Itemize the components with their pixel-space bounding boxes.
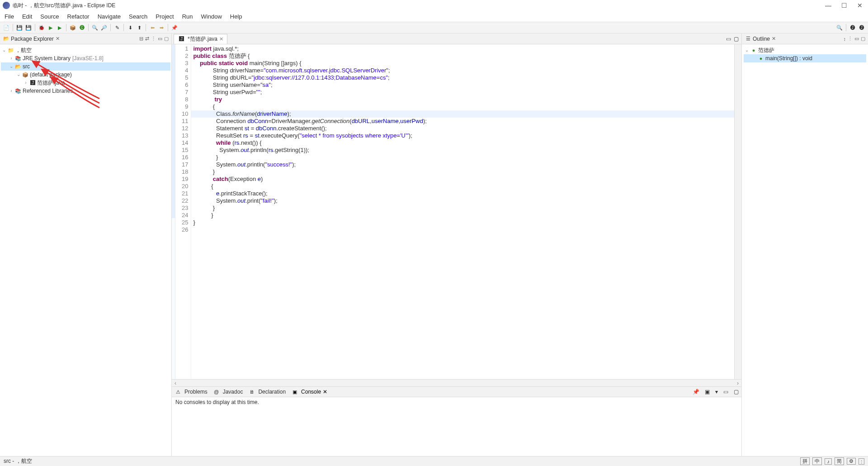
scroll-right-icon[interactable]: › (734, 380, 741, 386)
tree-referenced-libs[interactable]: › 📚 Referenced Libraries (1, 87, 170, 95)
coverage-icon[interactable]: ▶ (56, 24, 63, 31)
console-open-icon[interactable]: ▾ (715, 389, 718, 395)
chevron-right-icon[interactable]: › (23, 79, 29, 87)
forward-icon[interactable]: ➡ (158, 24, 165, 31)
menu-window[interactable]: Window (201, 13, 222, 20)
menu-navigate[interactable]: Navigate (98, 13, 121, 20)
code-line[interactable]: catch(Exception e) (191, 176, 734, 183)
ime-gear[interactable]: ⚙ (847, 458, 856, 465)
ime-simp[interactable]: 简 (835, 457, 844, 465)
new-icon[interactable]: 📄 (3, 24, 10, 31)
code-line[interactable]: { (191, 103, 734, 110)
tree-java-file[interactable]: › 🅹 范德萨.java (1, 79, 170, 87)
save-icon[interactable]: 💾 (16, 24, 23, 31)
code-line[interactable]: } (191, 168, 734, 176)
chevron-down-icon[interactable]: ⌄ (744, 46, 750, 54)
code-line[interactable]: System.out.println("success!"); (191, 161, 734, 168)
close-tab-icon[interactable]: ✕ (219, 36, 223, 42)
toggle-mark-icon[interactable]: ✎ (113, 24, 121, 31)
menu-refactor[interactable]: Refactor (67, 13, 90, 20)
outline-tree[interactable]: ⌄ ● 范德萨 ● main(String[]) : void (742, 44, 868, 64)
menu-search[interactable]: Search (129, 13, 147, 20)
tree-src[interactable]: ⌄ 📂 src (1, 62, 170, 71)
close-view-icon[interactable]: ✕ (772, 36, 776, 42)
maximize-button[interactable]: ☐ (841, 2, 847, 9)
vertical-scrollbar[interactable] (734, 44, 741, 379)
editor-tab[interactable]: 🅹 *范德萨.java ✕ (174, 34, 227, 44)
minimize-view-icon[interactable]: ▭ (158, 36, 162, 42)
code-line[interactable]: ResultSet rs = st.executeQuery("select *… (191, 132, 734, 139)
horizontal-scrollbar[interactable]: ‹ › (172, 379, 741, 386)
editor-area[interactable]: 1234567891011121314151617181920212223242… (172, 44, 741, 379)
ime-audio[interactable]: ♪ (825, 458, 832, 465)
tab-problems[interactable]: ⚠Problems (175, 389, 208, 395)
menu-help[interactable]: Help (230, 13, 242, 20)
code-line[interactable]: while (rs.next()) { (191, 139, 734, 147)
quick-access-icon[interactable]: 🔍 (836, 24, 843, 31)
tab-declaration[interactable]: 🗎Declaration (248, 389, 286, 395)
code-line[interactable]: String userName="sa"; (191, 81, 734, 89)
perspective-java-icon[interactable]: 🅙 (849, 24, 856, 31)
close-tab-icon[interactable]: ✕ (323, 389, 327, 395)
tab-console[interactable]: ▣Console✕ (291, 389, 327, 395)
chevron-down-icon[interactable]: ⌄ (15, 71, 22, 79)
menu-edit[interactable]: Edit (22, 13, 32, 20)
chevron-right-icon[interactable]: › (8, 54, 14, 62)
console-display-icon[interactable]: ▣ (705, 389, 710, 395)
code-line[interactable] (191, 226, 734, 233)
pin-icon[interactable]: 📌 (171, 24, 178, 31)
code-line[interactable]: String userPwd=""; (191, 89, 734, 96)
ime-bar[interactable]: 拼 中 ♪ 简 ⚙ : (800, 457, 864, 465)
chevron-down-icon[interactable]: ⌄ (8, 62, 14, 71)
code-line[interactable]: System.out.print("fail!"); (191, 197, 734, 204)
menu-project[interactable]: Project (156, 13, 174, 20)
collapse-all-icon[interactable]: ⊟ (139, 36, 143, 42)
code-line[interactable]: String driverName="com.microsoft.sqlserv… (191, 67, 734, 74)
code-line[interactable]: public class 范德萨 { (191, 52, 734, 60)
perspective-debug-icon[interactable]: 🅙 (858, 24, 865, 31)
back-icon[interactable]: ⬅ (149, 24, 156, 31)
code-line[interactable]: Statement st = dbConn.createStatement(); (191, 125, 734, 132)
code-line[interactable]: import java.sql.*; (191, 45, 734, 52)
chevron-right-icon[interactable]: › (8, 87, 14, 95)
tab-javadoc[interactable]: @Javadoc (213, 389, 243, 395)
outline-class[interactable]: ⌄ ● 范德萨 (744, 46, 866, 54)
view-menu-icon[interactable]: ⋮ (151, 36, 156, 42)
code-line[interactable]: public static void main(String []args) { (191, 60, 734, 67)
new-class-icon[interactable]: 🅒 (78, 24, 85, 31)
prev-annotation-icon[interactable]: ⬆ (136, 24, 143, 31)
code-line[interactable]: System.out.println(rs.getString(1)); (191, 147, 734, 154)
minimize-view-icon[interactable]: ▭ (854, 36, 859, 42)
code-line[interactable]: String dbURL="jdbc:sqlserver://127.0.0.1… (191, 74, 734, 81)
code-line[interactable]: } (191, 204, 734, 212)
maximize-view-icon[interactable]: ▢ (861, 36, 865, 42)
code-line[interactable]: { (191, 183, 734, 190)
tree-project[interactable]: ⌄ 📁 ，航空 (1, 46, 170, 54)
close-view-icon[interactable]: ✕ (56, 36, 60, 42)
outline-method[interactable]: ● main(String[]) : void (744, 54, 866, 62)
minimize-button[interactable]: — (825, 2, 831, 9)
ime-pin[interactable]: 拼 (800, 457, 810, 465)
scroll-left-icon[interactable]: ‹ (172, 380, 179, 386)
maximize-editor-icon[interactable]: ▢ (734, 36, 739, 42)
menu-run[interactable]: Run (182, 13, 193, 20)
debug-icon[interactable]: 🐞 (38, 24, 45, 31)
menu-file[interactable]: File (5, 13, 14, 20)
tree-jre[interactable]: › 📚 JRE System Library [JavaSE-1.8] (1, 54, 170, 62)
code-line[interactable]: } (191, 212, 734, 219)
code-line[interactable]: } (191, 154, 734, 161)
next-annotation-icon[interactable]: ⬇ (127, 24, 134, 31)
save-all-icon[interactable]: 💾 (25, 24, 32, 31)
code-line[interactable]: Class.forName(driverName); (191, 110, 734, 118)
sort-icon[interactable]: ↕ (844, 36, 846, 42)
minimize-editor-icon[interactable]: ▭ (726, 36, 731, 42)
code-area[interactable]: import java.sql.*;public class 范德萨 { pub… (191, 44, 734, 379)
code-line[interactable]: Connection dbConn=DriverManager.getConne… (191, 118, 734, 125)
code-line[interactable]: e.printStackTrace(); (191, 190, 734, 197)
minimize-view-icon[interactable]: ▭ (723, 389, 728, 395)
ime-lang[interactable]: 中 (812, 457, 822, 465)
maximize-view-icon[interactable]: ▢ (164, 36, 169, 42)
ime-colon[interactable]: : (859, 458, 864, 465)
filter-icon[interactable]: ⋮ (848, 36, 853, 42)
open-type-icon[interactable]: 🔍 (91, 24, 99, 31)
